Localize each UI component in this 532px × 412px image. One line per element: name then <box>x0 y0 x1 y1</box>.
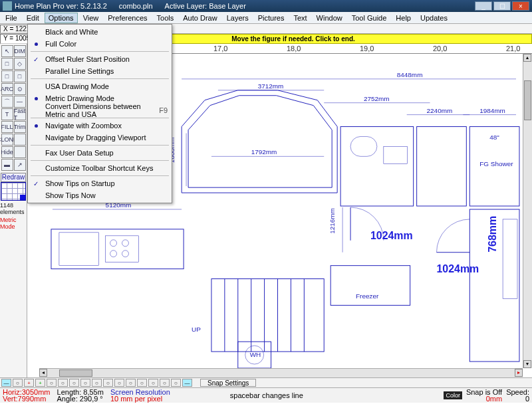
tool-—[interactable]: — <box>14 96 26 108</box>
menu-text[interactable]: Text <box>289 13 311 23</box>
btn-16[interactable]: — <box>182 379 192 387</box>
btn-13[interactable]: ○ <box>148 379 158 387</box>
menu-tool-guide[interactable]: Tool Guide <box>348 13 391 23</box>
tool-⌒[interactable]: ⌒ <box>1 96 13 108</box>
btn-4[interactable]: ○ <box>47 379 57 387</box>
tool-⊙[interactable]: ⊙ <box>14 83 26 95</box>
overview-grid[interactable] <box>1 182 26 201</box>
btn-0[interactable]: — <box>1 379 11 387</box>
status-bar: Horiz:3050mmVert:7990mm Length: 8,55mAng… <box>0 387 532 403</box>
opt-show-tips-now[interactable]: Show Tips Now <box>28 189 172 201</box>
btn-2[interactable]: + <box>24 379 34 387</box>
opt-offset-ruler-start-position[interactable]: ✓Offset Ruler Start Position <box>28 53 172 65</box>
opt-convert-dimensions-between-metric-and-usa[interactable]: Convert Dimensions between Metric and US… <box>28 104 172 116</box>
svg-rect-17 <box>106 236 139 262</box>
label-up: UP <box>192 326 201 333</box>
tool-□[interactable]: □ <box>14 70 26 82</box>
scrollbar-horizontal[interactable]: ◂▸ <box>39 368 523 377</box>
snap-settings-button[interactable]: Snap Settings <box>200 379 256 387</box>
status-color[interactable]: Color <box>444 391 462 399</box>
menu-pictures[interactable]: Pictures <box>254 13 289 23</box>
status-angle: Angle: 290,9 ° <box>57 395 104 402</box>
menu-edit[interactable]: Edit <box>23 13 43 23</box>
redraw-button[interactable]: Redraw <box>1 173 26 182</box>
opt-parallel-line-settings[interactable]: Parallel Line Settings <box>28 65 172 77</box>
menu-view[interactable]: View <box>79 13 103 23</box>
tool-FILL[interactable]: FILL <box>1 121 13 133</box>
menu-window[interactable]: Window <box>313 13 346 23</box>
tool-T[interactable]: T <box>1 108 13 120</box>
btn-12[interactable]: ○ <box>137 379 147 387</box>
menu-preferences[interactable]: Preferences <box>104 13 151 23</box>
tool-□[interactable]: □ <box>1 58 13 70</box>
label-showerdim: 48" <box>489 134 499 141</box>
dim-k: 1024mm <box>437 263 479 274</box>
menu-help[interactable]: Help <box>392 13 415 23</box>
opt-full-color[interactable]: Full Color <box>28 38 172 50</box>
svg-point-21 <box>122 251 129 257</box>
opt-show-tips-on-startup[interactable]: ✓Show Tips on Startup <box>28 177 172 189</box>
tool-ARC[interactable]: ARC <box>1 83 13 95</box>
menu-updates[interactable]: Updates <box>416 13 452 23</box>
opt-navigate-by-dragging-viewport[interactable]: Navigate by Dragging Viewport <box>28 132 172 144</box>
opt-fax-user-data-setup[interactable]: Fax User Data Setup <box>28 147 172 159</box>
tool-Trim[interactable]: Trim <box>14 121 26 133</box>
btn-3[interactable]: + <box>35 379 45 387</box>
tool-↗[interactable]: ↗ <box>14 159 26 171</box>
svg-rect-9 <box>384 146 408 163</box>
btn-9[interactable]: ○ <box>103 379 113 387</box>
menu-bar: FileEditOptionsViewPreferencesToolsAuto … <box>0 12 532 24</box>
dim-l: 768mm <box>487 216 498 253</box>
svg-point-18 <box>110 240 117 247</box>
opt-black-and-white[interactable]: Black and White <box>28 26 172 38</box>
dim-j: 1024mm <box>370 230 413 241</box>
tool-blank[interactable] <box>14 134 26 146</box>
menu-layers[interactable]: Layers <box>223 13 253 23</box>
tool-□[interactable]: □ <box>1 70 13 82</box>
btn-8[interactable]: ○ <box>92 379 102 387</box>
tool-DIM[interactable]: DIM <box>14 45 26 57</box>
tool-Fast T[interactable]: Fast T <box>14 108 26 120</box>
bottom-button-row: —○++○○○○○○○○○○○○—Snap Settings <box>0 377 532 387</box>
tool-blank[interactable] <box>14 146 26 158</box>
svg-rect-23 <box>211 279 324 352</box>
status-hint: spacebar changes line <box>230 391 303 399</box>
menu-auto-draw[interactable]: Auto Draw <box>179 13 221 23</box>
label-wh: WH <box>250 351 261 358</box>
mode-label: Metric Mode <box>0 217 27 230</box>
status-snap-val: 0mm <box>466 395 502 402</box>
tool-◇[interactable]: ◇ <box>14 58 26 70</box>
tool-Hide[interactable]: Hide <box>1 146 13 158</box>
btn-5[interactable]: ○ <box>58 379 68 387</box>
btn-6[interactable]: ○ <box>69 379 79 387</box>
svg-rect-35 <box>503 219 517 298</box>
btn-7[interactable]: ○ <box>80 379 90 387</box>
btn-10[interactable]: ○ <box>114 379 124 387</box>
svg-point-20 <box>110 251 117 257</box>
btn-11[interactable]: ○ <box>126 379 136 387</box>
tool-CLONE[interactable]: CLONE <box>1 134 13 146</box>
app-icon <box>3 1 12 11</box>
opt-navigate-with-zoombox[interactable]: Navigate with Zoombox <box>28 120 172 132</box>
tool-▬[interactable]: ▬ <box>1 159 13 171</box>
status-speed-val: 0 <box>506 395 529 402</box>
svg-rect-10 <box>417 127 467 206</box>
status-res2: 10 mm per pixel <box>110 395 170 402</box>
btn-15[interactable]: ○ <box>171 379 181 387</box>
menu-options[interactable]: Options <box>45 13 78 23</box>
svg-rect-7 <box>340 127 414 206</box>
btn-1[interactable]: ○ <box>13 379 23 387</box>
close-button[interactable]: × <box>512 1 529 11</box>
btn-14[interactable]: ○ <box>160 379 170 387</box>
tool-↖[interactable]: ↖ <box>1 45 13 57</box>
menu-tools[interactable]: Tools <box>153 13 178 23</box>
dim-i: 1216mm <box>329 208 336 234</box>
maximize-button[interactable]: ☐ <box>493 1 511 11</box>
opt-usa-drawing-mode[interactable]: USA Drawing Mode <box>28 80 172 92</box>
minimize-button[interactable]: _ <box>475 1 492 11</box>
scrollbar-vertical[interactable]: ▴▾ <box>523 54 532 368</box>
dim-a: 8448mm <box>397 71 423 78</box>
menu-file[interactable]: File <box>1 13 21 23</box>
label-freezer: Freezer <box>356 292 379 300</box>
opt-customize-toolbar-shortcut-keys[interactable]: Customize Toolbar Shortcut Keys <box>28 162 172 174</box>
